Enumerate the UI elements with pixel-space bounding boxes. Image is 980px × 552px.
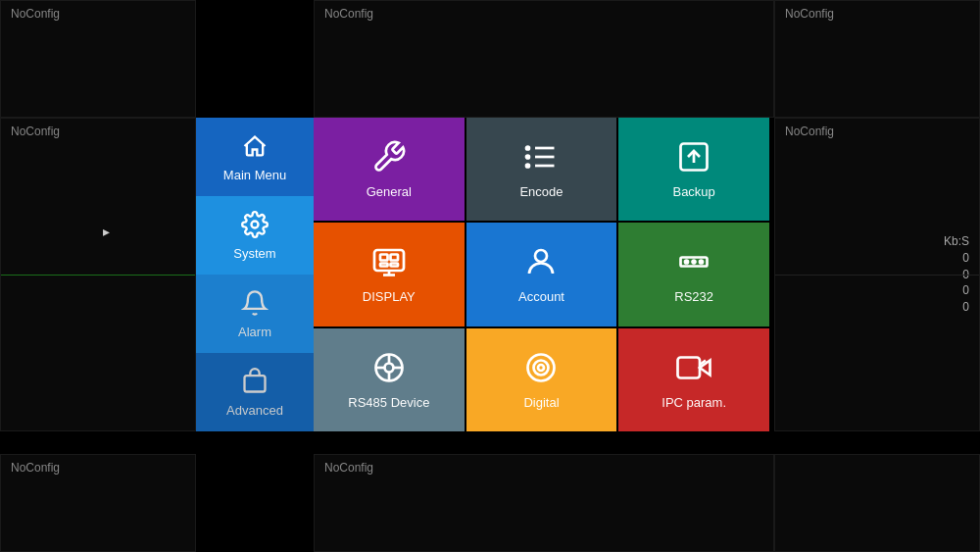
bell-icon xyxy=(241,289,269,321)
grid-item-ipc[interactable]: IPC param. xyxy=(618,328,769,431)
kbs-v1: 0 xyxy=(962,251,969,265)
grid-item-account[interactable]: Account xyxy=(466,223,617,326)
sidebar-system-label: System xyxy=(233,246,275,261)
sidebar-item-mainmenu[interactable]: Main Menu xyxy=(196,118,314,196)
main-grid: General Encode B xyxy=(314,118,769,431)
sidebar-item-alarm[interactable]: Alarm xyxy=(196,275,314,353)
svg-rect-1 xyxy=(245,376,266,391)
kbs-v2: 0 xyxy=(962,268,969,281)
svg-rect-15 xyxy=(390,255,398,261)
noconfig-bl: NoConfig xyxy=(1,455,195,480)
camera-icon xyxy=(676,350,711,389)
encode-label: Encode xyxy=(519,184,563,199)
noconfig-mr: NoConfig xyxy=(775,119,979,144)
upload-icon xyxy=(676,139,711,178)
grid-item-rs485[interactable]: RS485 Device xyxy=(314,328,465,431)
account-label: Account xyxy=(518,289,564,304)
noconfig-tc: NoConfig xyxy=(315,1,773,26)
corner-top-center: NoConfig xyxy=(314,0,774,118)
svg-rect-17 xyxy=(390,264,398,267)
grid-item-encode[interactable]: Encode xyxy=(466,118,617,221)
display-icon xyxy=(371,244,407,283)
svg-point-22 xyxy=(685,261,688,264)
ipc-label: IPC param. xyxy=(662,395,726,410)
svg-rect-13 xyxy=(374,250,404,271)
general-label: General xyxy=(367,184,412,199)
sidebar-alarm-label: Alarm xyxy=(238,325,271,339)
grid-item-display[interactable]: DISPLAY xyxy=(314,223,465,326)
sidebar-advanced-label: Advanced xyxy=(226,403,283,418)
lens-icon xyxy=(523,350,559,389)
svg-point-26 xyxy=(384,363,393,372)
rs485-label: RS485 Device xyxy=(348,395,429,410)
kbs-v4: 0 xyxy=(962,300,969,314)
svg-point-24 xyxy=(700,261,703,264)
svg-rect-14 xyxy=(380,255,388,261)
svg-point-33 xyxy=(538,365,544,371)
sidebar-mainmenu-label: Main Menu xyxy=(223,168,286,182)
corner-bot-right xyxy=(774,454,980,552)
rs232-icon xyxy=(676,244,711,283)
backup-label: Backup xyxy=(672,184,714,199)
kbs-v3: 0 xyxy=(962,283,969,297)
grid-item-rs232[interactable]: RS232 xyxy=(618,223,769,326)
sidebar-item-advanced[interactable]: Advanced xyxy=(196,353,314,431)
noconfig-ml: NoConfig xyxy=(1,119,195,144)
settings-icon xyxy=(241,211,269,242)
person-icon xyxy=(523,244,559,283)
noconfig-tr: NoConfig xyxy=(775,1,979,26)
corner-top-left: NoConfig xyxy=(0,0,196,118)
home-icon xyxy=(241,132,269,164)
kbs-display: Kb:S 0 0 0 0 xyxy=(944,233,969,316)
svg-point-10 xyxy=(526,165,529,168)
noconfig-tl: NoConfig xyxy=(1,1,195,26)
corner-mid-right: NoConfig Kb:S 0 0 0 0 xyxy=(774,118,980,431)
corner-bot-center: NoConfig xyxy=(314,454,774,552)
list-icon xyxy=(523,139,559,178)
svg-point-20 xyxy=(535,250,547,262)
rs232-label: RS232 xyxy=(674,289,713,304)
grid-item-general[interactable]: General xyxy=(314,118,465,221)
sidebar-item-system[interactable]: System xyxy=(196,196,314,275)
digital-label: Digital xyxy=(523,395,559,410)
cursor-indicator: ▸ xyxy=(103,224,111,231)
grid-item-backup[interactable]: Backup xyxy=(618,118,769,221)
grid-item-digital[interactable]: Digital xyxy=(466,328,617,431)
kbs-label: Kb:S xyxy=(944,234,969,248)
svg-point-23 xyxy=(693,261,696,264)
svg-point-32 xyxy=(534,360,549,375)
corner-bot-left: NoConfig xyxy=(0,454,196,552)
bag-icon xyxy=(241,368,269,399)
svg-point-0 xyxy=(252,221,259,227)
sidebar: Main Menu System Alarm Advanced xyxy=(196,118,314,431)
corner-mid-left: NoConfig xyxy=(0,118,196,431)
corner-top-right: NoConfig xyxy=(774,0,980,118)
svg-rect-16 xyxy=(380,264,388,267)
display-label: DISPLAY xyxy=(363,289,416,304)
svg-rect-34 xyxy=(678,357,701,377)
rs485-icon xyxy=(371,350,407,389)
svg-point-9 xyxy=(526,156,529,159)
svg-point-31 xyxy=(528,354,555,380)
noconfig-bc: NoConfig xyxy=(315,455,773,480)
svg-point-8 xyxy=(526,147,529,150)
wrench-icon xyxy=(371,139,407,178)
